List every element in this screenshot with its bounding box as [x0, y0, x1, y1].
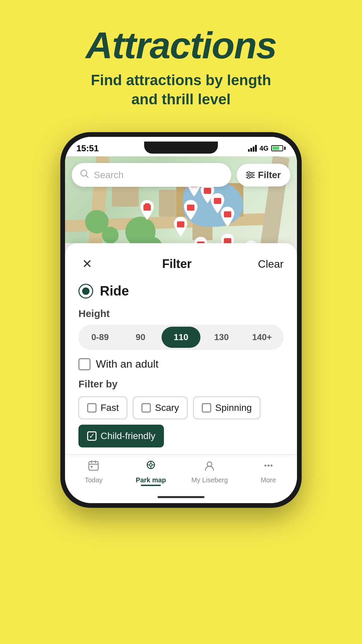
scary-checkbox: [141, 403, 151, 413]
map-pin-6[interactable]: [219, 207, 236, 227]
svg-rect-9: [224, 238, 231, 243]
height-option-4[interactable]: 140+: [242, 327, 282, 348]
filter-tag-scary[interactable]: Scary: [133, 396, 188, 419]
search-icon: [80, 169, 89, 181]
page-title: Attractions: [85, 27, 276, 64]
more-icon: [263, 460, 274, 474]
svg-point-32: [270, 465, 273, 467]
search-placeholder: Search: [94, 170, 124, 180]
filter-button[interactable]: Filter: [237, 164, 290, 186]
svg-rect-7: [177, 221, 184, 227]
map-pin-8[interactable]: [192, 237, 209, 243]
home-indicator: [65, 491, 297, 503]
svg-rect-4: [187, 205, 194, 211]
spinning-label: Spinning: [215, 402, 252, 413]
svg-rect-6: [224, 211, 231, 217]
spinning-checkbox: [202, 403, 211, 413]
ride-label: Ride: [100, 283, 129, 299]
svg-point-16: [251, 174, 253, 176]
height-section-label: Height: [78, 308, 284, 319]
filter-panel: ✕ Filter Clear Ride Height 0-89: [65, 243, 297, 454]
search-input-wrapper[interactable]: Search: [72, 163, 231, 187]
phone-screen: 15:51 4G: [65, 137, 297, 503]
signal-icon: [248, 145, 257, 152]
child-friendly-label: Child-friendly: [101, 431, 155, 441]
filter-tag-spinning[interactable]: Spinning: [193, 396, 260, 419]
svg-point-17: [247, 176, 250, 178]
today-icon: [88, 460, 99, 474]
with-adult-label: With an adult: [96, 358, 159, 370]
child-friendly-checkbox: ✓: [87, 431, 97, 441]
nav-my-liseberg[interactable]: My Liseberg: [191, 460, 228, 484]
height-option-3[interactable]: 130: [202, 327, 241, 348]
with-adult-checkbox[interactable]: [78, 358, 90, 370]
phone-wrapper: 15:51 4G: [60, 132, 302, 508]
filter-by-label: Filter by: [78, 378, 284, 390]
svg-rect-5: [214, 198, 221, 204]
home-bar: [158, 496, 204, 498]
filter-close-button[interactable]: ✕: [78, 255, 96, 273]
map-pin-10[interactable]: [243, 240, 259, 243]
phone-frame: 15:51 4G: [60, 132, 302, 508]
height-option-2[interactable]: 110: [162, 327, 201, 348]
svg-point-15: [247, 171, 250, 174]
scary-label: Scary: [155, 402, 179, 413]
radio-dot: [82, 287, 89, 295]
status-icons: 4G: [248, 145, 286, 152]
map-pin-7[interactable]: [172, 217, 189, 237]
height-option-0[interactable]: 0-89: [80, 327, 120, 348]
phone-notch: [144, 142, 218, 154]
nav-park-map[interactable]: Park map: [134, 460, 168, 486]
page-subtitle: Find attractions by lengthand thrill lev…: [85, 70, 276, 109]
height-selector: 0-89 90 110 130 140+: [78, 325, 284, 350]
map-pin-1[interactable]: [139, 200, 156, 220]
svg-point-24: [149, 464, 152, 466]
check-mark: ✓: [89, 432, 95, 440]
my-liseberg-label: My Liseberg: [191, 476, 228, 484]
ride-radio: [78, 284, 93, 299]
battery-icon: [271, 145, 286, 151]
filter-tag-fast[interactable]: Fast: [78, 396, 127, 419]
filter-button-label: Filter: [258, 170, 281, 180]
svg-rect-1: [145, 203, 149, 205]
nav-more[interactable]: More: [252, 460, 285, 484]
my-liseberg-icon: [204, 460, 215, 474]
network-label: 4G: [259, 145, 268, 152]
page-header: Attractions Find attractions by lengthan…: [65, 0, 296, 122]
bottom-nav: Today Pa: [65, 454, 297, 491]
page-background: Attractions Find attractions by lengthan…: [0, 0, 362, 644]
map-pin-9[interactable]: [219, 233, 236, 243]
fast-checkbox: [87, 403, 97, 413]
with-adult-option[interactable]: With an adult: [78, 358, 284, 370]
search-bar-container: Search Filter: [72, 163, 290, 187]
svg-rect-0: [143, 205, 151, 211]
map-area[interactable]: Search Filter: [65, 156, 297, 243]
fast-label: Fast: [101, 402, 119, 413]
ride-option[interactable]: Ride: [78, 283, 284, 299]
filter-header: ✕ Filter Clear: [78, 255, 284, 273]
filter-tag-child-friendly[interactable]: ✓ Child-friendly: [78, 425, 164, 447]
park-map-icon: [145, 460, 157, 474]
svg-point-30: [264, 465, 266, 467]
filter-tags: Fast Scary Spinning ✓: [78, 396, 284, 447]
svg-point-31: [267, 465, 269, 467]
today-label: Today: [85, 476, 103, 484]
status-time: 15:51: [76, 143, 99, 154]
filter-clear-button[interactable]: Clear: [258, 258, 284, 270]
svg-rect-22: [91, 466, 93, 468]
more-label: More: [261, 476, 276, 484]
height-option-1[interactable]: 90: [121, 327, 160, 348]
nav-today[interactable]: Today: [77, 460, 110, 484]
filter-title: Filter: [162, 257, 192, 271]
svg-rect-18: [89, 462, 98, 470]
park-map-label: Park map: [136, 476, 166, 484]
active-indicator: [141, 485, 161, 486]
